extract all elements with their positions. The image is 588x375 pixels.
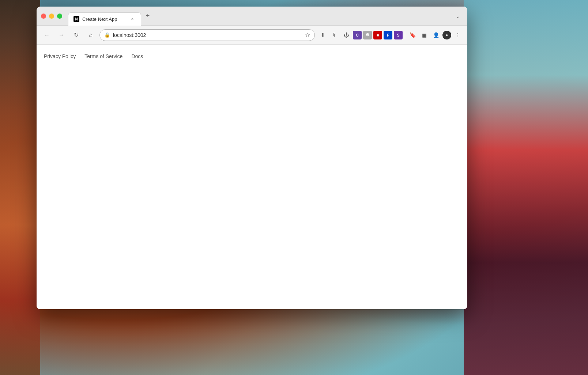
sidebar-icon: ▣ [422,32,427,38]
power-button[interactable]: ⏻ [341,30,351,40]
window-controls [41,14,62,19]
download-button[interactable]: ⬇ [318,30,328,40]
security-icon: 🔒 [104,32,110,38]
extension-dark[interactable]: ● [442,31,451,39]
extension-blue[interactable]: F [384,31,392,39]
forward-button[interactable]: → [56,29,67,41]
title-bar: N Create Next App × + ⌄ [37,7,467,26]
menu-icon: ⋮ [455,32,460,38]
docs-label: Docs [131,53,143,59]
back-icon: ← [44,32,50,38]
minimize-button[interactable] [49,14,54,19]
refresh-icon: ↻ [74,31,79,38]
desktop-wallpaper-left [0,0,40,375]
browser-window: N Create Next App × + ⌄ ← → ↻ ⌂ 🔒 ☆ [37,7,467,309]
extension-red[interactable]: ■ [373,31,382,39]
home-icon: ⌂ [89,32,93,38]
home-button[interactable]: ⌂ [85,29,97,41]
toolbar-divider [405,31,405,39]
active-tab[interactable]: N Create Next App × [68,12,141,26]
bookmarks-button[interactable]: 🔖 [407,30,418,40]
bookmarks-icon: 🔖 [410,32,416,38]
terms-of-service-link[interactable]: Terms of Service [84,53,122,59]
tab-favicon: N [74,16,79,22]
podcast-button[interactable]: 🎙 [329,30,340,40]
forward-icon: → [59,32,64,38]
tab-close-button[interactable]: × [129,16,136,22]
address-bar[interactable]: 🔒 ☆ [99,29,315,41]
bookmark-icon[interactable]: ☆ [305,31,310,38]
power-icon: ⏻ [344,32,349,38]
profile-icon: 👤 [433,32,439,38]
web-content[interactable]: Privacy Policy Terms of Service Docs [37,45,467,309]
docs-link[interactable]: Docs [131,53,143,59]
tab-title: Create Next App [82,16,126,22]
nav-bar: ← → ↻ ⌂ 🔒 ☆ ⬇ 🎙 ⏻ [37,26,467,45]
terms-of-service-label: Terms of Service [84,53,122,59]
extension-settings[interactable]: ⚙ [363,31,372,39]
profile-button[interactable]: 👤 [431,30,441,40]
footer-nav: Privacy Policy Terms of Service Docs [44,50,460,62]
toolbar-icons: ⬇ 🎙 ⏻ C ⚙ ■ F S [318,30,463,40]
url-input[interactable] [113,32,302,38]
new-tab-button[interactable]: + [143,11,153,21]
maximize-button[interactable] [57,14,62,19]
back-button[interactable]: ← [41,29,53,41]
privacy-policy-link[interactable]: Privacy Policy [44,53,76,59]
sidebar-button[interactable]: ▣ [419,30,429,40]
desktop-wallpaper-right [464,0,588,375]
tab-list-button[interactable]: ⌄ [453,11,463,21]
download-icon: ⬇ [321,32,325,38]
close-button[interactable] [41,14,46,19]
extension-copilot[interactable]: C [353,31,362,39]
extension-purple[interactable]: S [394,31,403,39]
refresh-button[interactable]: ↻ [70,29,82,41]
tabs-area: N Create Next App × + ⌄ [68,10,463,23]
privacy-policy-label: Privacy Policy [44,53,76,59]
menu-button[interactable]: ⋮ [453,30,463,40]
podcast-icon: 🎙 [332,32,337,38]
